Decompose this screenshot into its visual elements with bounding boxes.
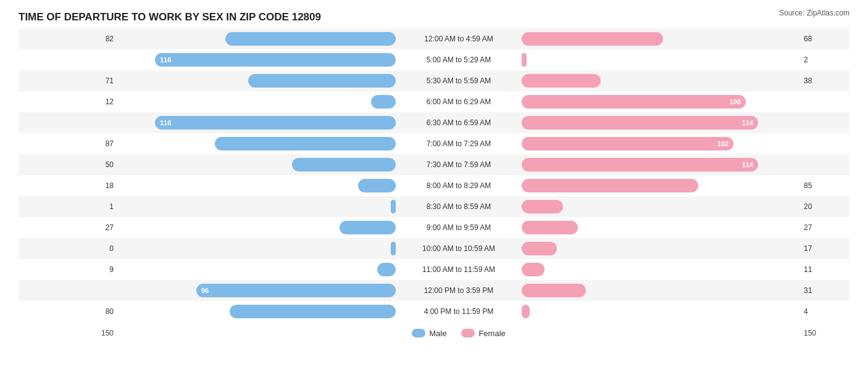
- female-bar-wrap: [520, 217, 800, 238]
- bars-center: 1165:00 AM to 5:29 AM: [117, 49, 800, 70]
- female-value: 17: [800, 244, 849, 253]
- legend-male-swatch: [412, 329, 425, 337]
- male-value: 0: [19, 244, 117, 253]
- female-bar-wrap: 114: [520, 112, 800, 133]
- time-label: 7:00 AM to 7:29 AM: [397, 139, 520, 148]
- female-bar: 114: [522, 116, 758, 130]
- male-value: 87: [19, 139, 117, 148]
- chart-row: 9612:00 PM to 3:59 PM31: [19, 280, 849, 301]
- chart-row: 804:00 PM to 11:59 PM4: [19, 301, 849, 322]
- female-bar: [522, 32, 663, 46]
- female-bar: [522, 200, 563, 213]
- time-label: 8:00 AM to 8:29 AM: [397, 181, 520, 190]
- female-value: 38: [800, 76, 849, 85]
- bars-center: 4:00 PM to 11:59 PM: [117, 301, 800, 322]
- bars-center: 6:00 AM to 6:29 AM108: [117, 91, 800, 112]
- male-bar: [292, 158, 396, 171]
- female-bar: 114: [522, 158, 758, 171]
- female-bar-label: 114: [742, 119, 753, 126]
- male-value: 9: [19, 265, 117, 274]
- female-bar-wrap: [520, 280, 800, 301]
- chart-row: 715:30 AM to 5:59 AM38: [19, 70, 849, 91]
- female-bar: 108: [522, 95, 746, 109]
- bars-center: 9612:00 PM to 3:59 PM: [117, 280, 800, 301]
- female-bar-wrap: 114: [520, 154, 800, 175]
- female-value: 27: [800, 223, 849, 232]
- male-bar-wrap: [117, 175, 397, 196]
- male-bar-label: 96: [201, 287, 209, 294]
- male-bar: [225, 32, 396, 46]
- male-value: 18: [19, 181, 117, 190]
- female-bar: 102: [522, 137, 733, 151]
- male-bar-wrap: [117, 301, 397, 322]
- chart-title: TIME OF DEPARTURE TO WORK BY SEX IN ZIP …: [19, 11, 849, 23]
- female-value: 11: [800, 265, 849, 274]
- legend-female-swatch: [461, 329, 475, 337]
- male-bar-wrap: 116: [117, 112, 397, 133]
- male-bar: [230, 305, 396, 318]
- female-bar: [522, 53, 527, 67]
- axis-left: 150: [19, 329, 117, 337]
- male-value: 50: [19, 160, 117, 169]
- bars-center: 1166:30 AM to 6:59 AM114: [117, 112, 800, 133]
- time-label: 5:30 AM to 5:59 AM: [397, 76, 520, 85]
- chart-row: 877:00 AM to 7:29 AM102: [19, 133, 849, 154]
- female-bar-wrap: [520, 175, 800, 196]
- female-bar-label: 114: [742, 161, 753, 168]
- male-bar-label: 116: [160, 119, 171, 126]
- female-bar: [522, 74, 601, 88]
- female-value: 20: [800, 202, 849, 211]
- time-label: 10:00 AM to 10:59 AM: [397, 244, 520, 253]
- time-label: 6:30 AM to 6:59 AM: [397, 118, 520, 127]
- legend-area: Male Female: [117, 329, 800, 338]
- female-bar-wrap: [520, 238, 800, 259]
- male-bar-wrap: [117, 91, 397, 112]
- female-value: 31: [800, 286, 849, 295]
- male-bar: [248, 74, 396, 88]
- time-label: 4:00 PM to 11:59 PM: [397, 307, 520, 316]
- bars-center: 5:30 AM to 5:59 AM: [117, 70, 800, 91]
- male-bar: [391, 200, 396, 213]
- female-bar: [522, 179, 698, 192]
- female-bar-wrap: [520, 28, 800, 49]
- female-bar-wrap: [520, 70, 800, 91]
- female-value: 68: [800, 35, 849, 43]
- chart-container: TIME OF DEPARTURE TO WORK BY SEX IN ZIP …: [0, 0, 868, 367]
- female-bar-wrap: 108: [520, 91, 800, 112]
- female-bar: [522, 242, 557, 255]
- chart-row: 507:30 AM to 7:59 AM114: [19, 154, 849, 175]
- time-label: 6:00 AM to 6:29 AM: [397, 97, 520, 106]
- female-bar-wrap: 102: [520, 133, 800, 154]
- bars-center: 12:00 AM to 4:59 AM: [117, 28, 800, 49]
- male-bar: [371, 95, 396, 109]
- male-bar-wrap: [117, 217, 397, 238]
- bars-center: 7:30 AM to 7:59 AM114: [117, 154, 800, 175]
- female-bar-wrap: [520, 301, 800, 322]
- female-bar: [522, 305, 530, 318]
- male-bar-wrap: [117, 196, 397, 217]
- time-label: 5:00 AM to 5:29 AM: [397, 56, 520, 64]
- chart-row: 188:00 AM to 8:29 AM85: [19, 175, 849, 196]
- axis-row: 150 Male Female 150: [19, 324, 849, 342]
- female-bar-label: 108: [730, 98, 741, 105]
- chart-row: 010:00 AM to 10:59 AM17: [19, 238, 849, 259]
- female-bar: [522, 284, 586, 297]
- chart-row: 1165:00 AM to 5:29 AM2: [19, 49, 849, 70]
- male-value: 12: [19, 97, 117, 106]
- male-bar: [215, 137, 396, 151]
- legend-male-label: Male: [429, 329, 446, 338]
- bars-center: 10:00 AM to 10:59 AM: [117, 238, 800, 259]
- male-value: 82: [19, 35, 117, 43]
- time-label: 12:00 PM to 3:59 PM: [397, 286, 520, 295]
- bars-center: 7:00 AM to 7:29 AM102: [117, 133, 800, 154]
- male-bar: 116: [155, 53, 396, 67]
- male-bar: [391, 242, 396, 255]
- male-bar: 96: [196, 284, 396, 297]
- female-bar-wrap: [520, 49, 800, 70]
- time-label: 11:00 AM to 11:59 AM: [397, 265, 520, 274]
- bars-center: 9:00 AM to 9:59 AM: [117, 217, 800, 238]
- chart-row: 18:30 AM to 8:59 AM20: [19, 196, 849, 217]
- male-bar-wrap: [117, 259, 397, 280]
- time-label: 7:30 AM to 7:59 AM: [397, 160, 520, 169]
- time-label: 8:30 AM to 8:59 AM: [397, 202, 520, 211]
